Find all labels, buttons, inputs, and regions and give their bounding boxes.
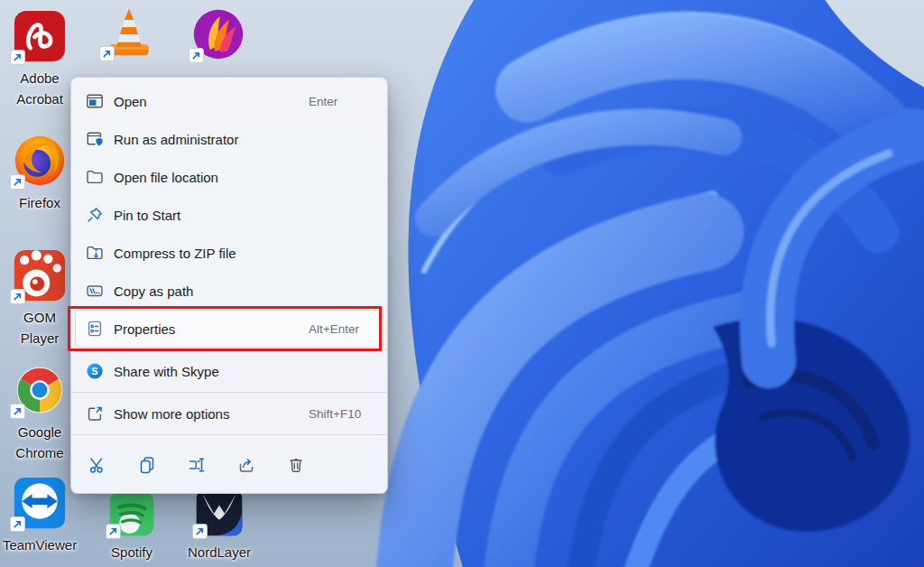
shortcut-arrow-badge [10,516,25,532]
delete-button[interactable] [277,446,315,484]
skype-icon: S [85,361,105,381]
flameshot-icon[interactable] [191,7,245,61]
spotify-icon[interactable] [108,490,155,537]
desktop-item-label: Adobe Acrobat [5,69,75,109]
menu-item-label: Open [114,94,147,109]
desktop-item-label: Firefox [19,193,60,214]
compress-to-zip-icon [85,243,105,263]
share-icon [236,455,256,475]
menu-item-label: Share with Skype [114,364,219,379]
copy-as-path-icon [85,281,105,301]
shortcut-arrow-badge [106,524,121,539]
desktop-item-teamviewer[interactable]: TeamViewer [5,476,75,556]
desktop-item-spotify[interactable]: Spotify [97,490,167,563]
rename-icon [187,455,207,475]
menu-item-open-file-location[interactable]: Open file location [75,158,383,196]
desktop-item-label: NordLayer [188,543,251,563]
menu-separator [72,434,386,435]
properties-icon [85,319,105,339]
shortcut-arrow-badge [10,404,25,419]
nordlayer-icon[interactable] [195,488,244,537]
firefox-icon[interactable] [13,134,67,188]
share-button[interactable] [227,446,265,484]
copy-button[interactable] [128,446,166,484]
windows-desktop: Adobe Acrobat [0,0,924,567]
cut-button[interactable] [79,446,116,484]
desktop-item-adobe-acrobat[interactable]: Adobe Acrobat [5,9,75,109]
desktop-item-label: GOM Player [5,308,75,349]
menu-separator [72,349,386,350]
menu-item-show-more-options[interactable]: Show more options Shift+F10 [75,395,383,432]
gom-player-icon[interactable] [13,248,67,302]
shortcut-arrow-badge [99,46,115,61]
copy-icon [137,455,157,475]
menu-item-label: Pin to Start [114,208,180,223]
menu-item-run-as-administrator[interactable]: Run as administrator [75,120,383,158]
menu-item-compress-to-zip[interactable]: Compress to ZIP file [75,234,383,272]
menu-item-label: Copy as path [114,284,193,299]
context-menu: Open Enter Run as administrator Open fil… [70,77,388,494]
shortcut-arrow-badge [189,48,204,63]
menu-item-properties[interactable]: Properties Alt+Enter [75,310,383,348]
menu-item-label: Run as administrator [114,132,238,147]
shortcut-arrow-badge [192,524,208,539]
rename-button[interactable] [178,446,216,484]
desktop-item-gom-player[interactable]: GOM Player [5,248,75,349]
delete-icon [286,455,306,475]
pin-to-start-icon [85,205,105,225]
menu-separator [72,392,386,393]
desktop-item-label: Spotify [111,543,152,563]
desktop-item-nordlayer[interactable]: NordLayer [184,488,254,563]
shortcut-arrow-badge [10,50,25,65]
menu-item-label: Compress to ZIP file [114,246,236,261]
menu-item-open[interactable]: Open Enter [75,82,383,120]
run-as-administrator-icon [85,129,105,149]
svg-text:S: S [91,366,97,376]
menu-item-label: Properties [114,321,175,337]
desktop-item-google-chrome[interactable]: Google Chrome [5,363,75,463]
desktop-item-label: TeamViewer [3,535,77,556]
shortcut-arrow-badge [10,289,25,304]
menu-item-shortcut: Shift+F10 [309,407,361,421]
desktop-item-flameshot[interactable] [183,7,254,67]
open-file-location-icon [85,167,105,187]
desktop-item-label: Google Chrome [5,423,75,463]
menu-item-shortcut: Alt+Enter [309,322,359,336]
menu-item-label: Show more options [114,406,229,422]
show-more-options-icon [85,404,105,423]
menu-item-pin-to-start[interactable]: Pin to Start [75,196,383,234]
shortcut-arrow-badge [10,174,25,190]
menu-quick-actions [71,437,387,488]
menu-item-shortcut: Enter [309,95,337,108]
menu-item-label: Open file location [114,170,218,185]
open-window-icon [85,91,105,111]
vlc-media-player-icon[interactable] [102,5,156,60]
google-chrome-icon[interactable] [13,363,67,417]
teamviewer-icon[interactable] [13,476,67,530]
menu-item-share-with-skype[interactable]: S Share with Skype [75,352,383,390]
cut-icon [88,455,107,475]
adobe-acrobat-icon[interactable] [13,9,67,63]
desktop-item-vlc[interactable] [94,5,164,65]
menu-item-copy-as-path[interactable]: Copy as path [75,272,383,310]
desktop-item-firefox[interactable]: Firefox [5,134,75,214]
